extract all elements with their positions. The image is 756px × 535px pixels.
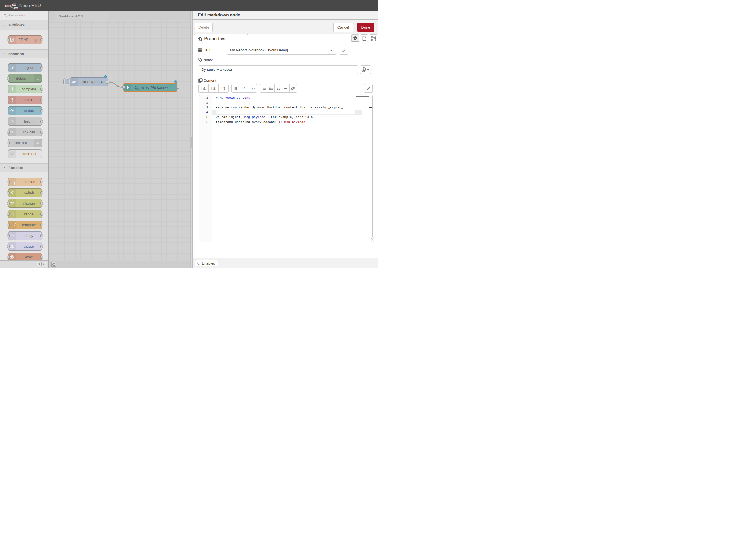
svg-text:3: 3 (262, 89, 263, 90)
